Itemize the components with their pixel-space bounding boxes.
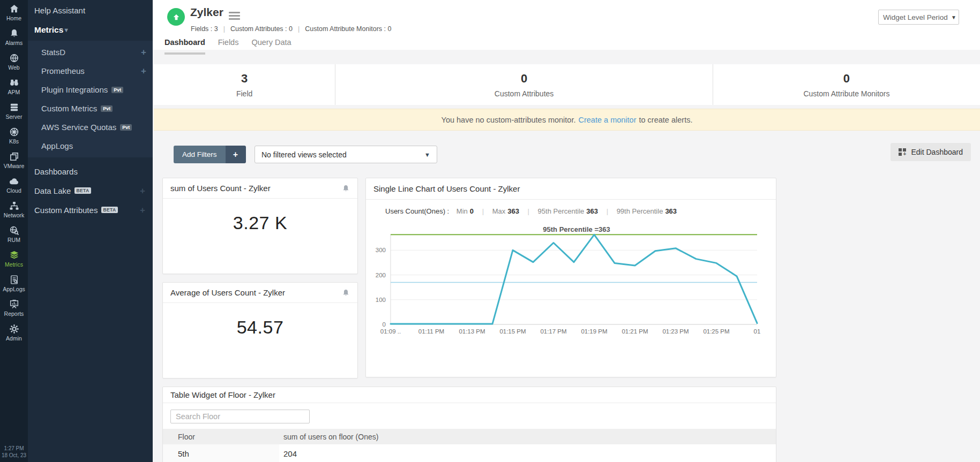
rail-item-applogs[interactable]: AppLogs [0, 271, 28, 296]
rail-item-vmware[interactable]: VMware [0, 148, 28, 172]
legend-min-value: 0 [470, 207, 474, 215]
rail-item-home[interactable]: Home [0, 0, 28, 25]
monitor-meta: Fields : 3|Custom Attributes : 0|Custom … [191, 25, 391, 33]
sidebar-item-data-lake[interactable]: Data Lake BETA + [28, 181, 153, 200]
menu-icon[interactable] [229, 12, 240, 21]
rail-label: K8s [9, 139, 19, 145]
users-count-line-chart: 010020030001:09 ..01:11 PM01:13 PM01:15 … [366, 225, 777, 340]
metrics-subpanel: StatsD + Prometheus + Plugin Integration… [28, 41, 153, 157]
rail-label: APM [8, 89, 20, 95]
fields-count: Fields : 3 [191, 25, 218, 33]
legend-max-value: 363 [507, 207, 519, 215]
bell-icon[interactable] [342, 184, 350, 193]
stat-field: 3 Field [154, 64, 335, 105]
rail-item-reports[interactable]: Reports [0, 296, 28, 320]
rail-item-metrics[interactable]: Metrics [0, 246, 28, 271]
bell-icon[interactable] [342, 289, 350, 297]
sidebar-item-label: AWS Service Quotas [41, 123, 116, 132]
rail-item-alarms[interactable]: Alarms [0, 25, 28, 49]
stat-label: Custom Attributes [495, 89, 554, 98]
alert-text: You have no custom-attributes monitor. [442, 116, 576, 124]
tab-query-data[interactable]: Query Data [251, 38, 291, 51]
main-content: Zylker Fields : 3|Custom Attributes : 0|… [153, 0, 980, 462]
rail-item-network[interactable]: Network [0, 197, 28, 222]
clock-date: 18 Oct, 23 [0, 452, 28, 459]
column-header-floor[interactable]: Floor [163, 429, 279, 444]
edit-dashboard-button[interactable]: + Edit Dashboard [891, 143, 971, 161]
stat-label: Field [236, 89, 252, 98]
monitor-status-icon [167, 8, 185, 26]
tab-fields[interactable]: Fields [218, 38, 239, 51]
rail-label: Home [6, 16, 21, 21]
filtered-views-select[interactable]: No filtered views selected ▼ [255, 146, 437, 163]
column-header-sum-users[interactable]: sum of users on floor (Ones) [279, 429, 776, 444]
rail-item-apm[interactable]: APM [0, 74, 28, 99]
rail-item-cloud[interactable]: Cloud [0, 172, 28, 197]
x-axis-tick-label: 01:09 .. [380, 328, 401, 335]
sidebar-item-help-assistant[interactable]: Help Assistant [28, 1, 153, 19]
pvt-badge: Pvt [111, 87, 123, 93]
gear-icon [9, 324, 19, 334]
stat-value: 0 [521, 72, 527, 86]
sidebar-item-prometheus[interactable]: Prometheus + [28, 62, 153, 80]
plus-icon[interactable]: + [141, 66, 146, 75]
sidebar-item-label: Prometheus [41, 66, 141, 75]
table-row[interactable]: 5th 204 [163, 444, 776, 462]
x-axis-tick-label: 01:25 PM [703, 328, 729, 335]
y-axis-tick-label: 100 [376, 297, 386, 303]
sidebar-section-metrics[interactable]: Metrics ▼ [28, 19, 153, 41]
clock-time: 1:27 PM [0, 445, 28, 452]
table-header-row: Floor sum of users on floor (Ones) [163, 429, 776, 444]
sidebar-item-label: Custom Attributes [34, 206, 98, 215]
chevron-down-icon: ▼ [63, 27, 69, 33]
x-axis-tick-label: 01:23 PM [662, 328, 689, 335]
clock: 1:27 PM 18 Oct, 23 [0, 445, 28, 459]
floor-table: Floor sum of users on floor (Ones) 5th 2… [163, 429, 776, 462]
chevron-down-icon: ▼ [951, 14, 956, 20]
sidebar-item-custom-attributes[interactable]: Custom Attributes BETA + [28, 200, 153, 219]
rail-item-web[interactable]: Web [0, 49, 28, 74]
globe-icon [9, 53, 19, 63]
plus-icon[interactable]: + [140, 206, 145, 215]
widget-level-period-select[interactable]: Widget Level Period ▼ [878, 10, 959, 25]
chart-legend: Users Count(Ones) : Min0 | Max363 | 95th… [385, 207, 677, 215]
app: Home Alarms Web APM Server K8s VMware C [0, 0, 980, 462]
stat-value: 0 [843, 72, 850, 86]
y-axis-tick-label: 300 [376, 247, 386, 253]
rail-label: Metrics [5, 262, 23, 268]
metrics-layers-icon [9, 250, 19, 260]
sidebar-item-aws-service-quotas[interactable]: AWS Service Quotas Pvt [28, 118, 153, 137]
sidebar-section-label: Metrics [34, 25, 63, 35]
rail-item-admin[interactable]: Admin [0, 320, 28, 345]
plus-icon[interactable]: + [140, 186, 145, 195]
create-monitor-link[interactable]: Create a monitor [579, 116, 637, 124]
rail-label: Web [8, 65, 19, 71]
plus-icon[interactable]: + [141, 48, 146, 57]
floor-table-widget: Table Widget of Floor - Zylker Floor sum… [162, 387, 776, 462]
add-filters-button[interactable]: Add Filters + [174, 146, 246, 163]
rail-label: Reports [4, 311, 24, 317]
tab-dashboard[interactable]: Dashboard [164, 38, 205, 51]
filtered-views-value: No filtered views selected [261, 150, 424, 159]
rail-item-k8s[interactable]: K8s [0, 123, 28, 148]
widget-title: sum of Users Count - Zylker [170, 184, 342, 193]
rail-label: Alarms [5, 40, 23, 46]
pvt-badge: Pvt [101, 105, 113, 112]
rail-item-rum[interactable]: RUM [0, 222, 28, 246]
sidebar-item-custom-metrics[interactable]: Custom Metrics Pvt [28, 99, 153, 118]
floor-cell: 5th [163, 444, 279, 462]
sidebar-item-plugin-integrations[interactable]: Plugin Integrations Pvt [28, 80, 153, 99]
sidebar-item-statsd[interactable]: StatsD + [28, 43, 153, 62]
pvt-badge: Pvt [120, 124, 132, 131]
floor-search-input[interactable] [170, 410, 310, 423]
network-icon [9, 201, 19, 211]
rail-item-server[interactable]: Server [0, 99, 28, 123]
widget-level-period-value: Widget Level Period [883, 13, 955, 21]
rail-label: VMware [4, 163, 25, 169]
sidebar-item-applogs[interactable]: AppLogs [28, 137, 153, 155]
sidebar-item-dashboards[interactable]: Dashboards [28, 162, 153, 181]
legend-p99-value: 363 [665, 207, 677, 215]
stat-value: 3 [241, 72, 248, 86]
rum-globe-magnifier-icon [9, 225, 19, 236]
stat-label: Custom Attribute Monitors [803, 89, 889, 98]
